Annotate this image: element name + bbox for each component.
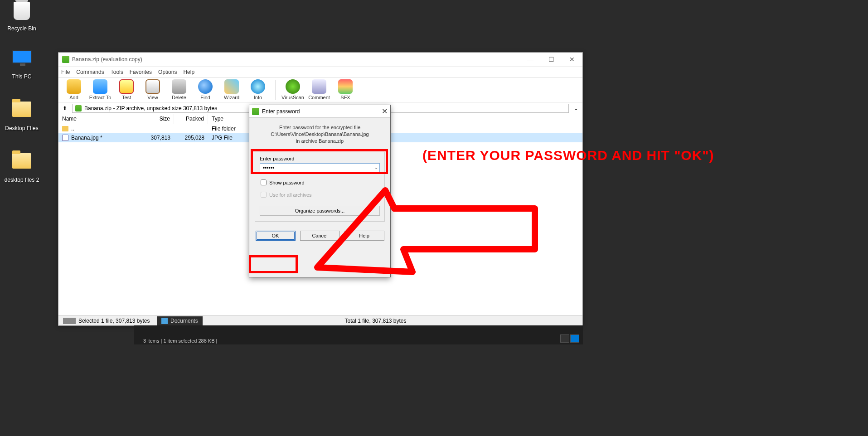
wizard-icon: [224, 79, 239, 94]
cancel-button[interactable]: Cancel: [300, 231, 340, 241]
status-left: Selected 1 file, 307,813 bytes: [78, 318, 150, 324]
status-right: Total 1 file, 307,813 bytes: [344, 318, 406, 324]
winrar-icon: [62, 56, 69, 63]
checkbox[interactable]: [261, 179, 267, 185]
toolbar-virusscan[interactable]: VirusScan: [281, 79, 305, 100]
toolbar-view[interactable]: View: [141, 79, 165, 100]
dialog-message: Enter password for the encrypted file C:…: [249, 118, 390, 149]
column-name[interactable]: Name: [58, 114, 133, 124]
menu-tools[interactable]: Tools: [111, 69, 123, 75]
info-icon: [251, 79, 265, 94]
view-large-icons-button[interactable]: [570, 334, 579, 343]
desktop-icon-recycle-bin[interactable]: Recycle Bin: [4, 2, 40, 32]
column-packed[interactable]: Packed: [174, 114, 208, 124]
toolbar-comment[interactable]: Comment: [307, 79, 331, 100]
toolbar-add[interactable]: Add: [62, 79, 86, 100]
dialog-title: Enter password: [262, 108, 300, 115]
titlebar[interactable]: Banana.zip (evaluation copy) — ☐ ✕: [58, 53, 582, 66]
password-fieldset: Enter password ⌄ Show password Use for a…: [255, 152, 385, 222]
show-password-checkbox[interactable]: Show password: [261, 179, 380, 185]
explorer-tab-documents[interactable]: Documents: [157, 316, 203, 325]
maximize-button[interactable]: ☐: [544, 56, 558, 63]
path-dropdown[interactable]: ⌄: [572, 105, 581, 111]
archive-icon: [75, 105, 82, 111]
add-icon: [67, 79, 81, 94]
toolbar-info[interactable]: Info: [246, 79, 270, 100]
view-details-button[interactable]: [560, 334, 569, 343]
extract-icon: [93, 79, 107, 94]
explorer-window-strip: Documents 3 items | 1 item selected 288 …: [134, 325, 583, 344]
desktop-icon-this-pc[interactable]: This PC: [4, 50, 40, 80]
toolbar-wizard[interactable]: Wizard: [220, 79, 243, 100]
organize-passwords-button[interactable]: Organize passwords...: [260, 206, 380, 216]
delete-icon: [172, 79, 186, 94]
view-icon: [145, 79, 160, 94]
up-level-button[interactable]: ⬆: [60, 105, 69, 111]
recycle-bin-icon: [14, 2, 30, 20]
close-button[interactable]: ✕: [565, 56, 579, 63]
minimize-button[interactable]: —: [524, 56, 537, 63]
explorer-status: 3 items | 1 item selected 288 KB |: [143, 338, 217, 344]
toolbar-delete[interactable]: Delete: [167, 79, 191, 100]
find-icon: [198, 79, 213, 94]
dialog-button-row: OK Cancel Help: [249, 224, 390, 247]
use-all-archives-checkbox: Use for all archives: [261, 192, 380, 198]
sfx-icon: [338, 79, 353, 94]
virus-icon: [286, 79, 300, 94]
folder-icon: [62, 126, 68, 131]
toolbar-test[interactable]: Test: [115, 79, 138, 100]
password-label: Enter password: [260, 156, 380, 161]
close-icon[interactable]: ✕: [382, 107, 388, 116]
menu-commands[interactable]: Commands: [76, 69, 104, 75]
menu-options[interactable]: Options: [158, 69, 177, 75]
status-bar: Selected 1 file, 307,813 bytes Total 1 f…: [58, 315, 582, 325]
window-title: Banana.zip (evaluation copy): [72, 56, 142, 63]
desktop-label: Desktop FIles: [4, 125, 40, 131]
password-input[interactable]: [260, 163, 380, 173]
column-size[interactable]: Size: [133, 114, 174, 124]
desktop-label: Recycle Bin: [4, 25, 40, 32]
winrar-icon: [252, 108, 259, 115]
folder-icon: [12, 102, 31, 117]
dialog-titlebar[interactable]: Enter password ✕: [249, 105, 390, 118]
chevron-down-icon[interactable]: ⌄: [374, 165, 378, 170]
desktop-icon-folder-1[interactable]: Desktop FIles: [4, 98, 40, 131]
menu-bar: File Commands Tools Favorites Options He…: [58, 66, 582, 77]
test-icon: [119, 79, 134, 94]
desktop-icon-folder-2[interactable]: desktop files 2: [4, 150, 40, 183]
comment-icon: [312, 79, 326, 94]
help-button[interactable]: Help: [344, 231, 384, 241]
menu-favorites[interactable]: Favorites: [130, 69, 152, 75]
toolbar: Add Extract To Test View Delete Find Wiz…: [58, 77, 582, 102]
documents-icon: [161, 318, 168, 324]
status-mode-icon: [63, 318, 76, 324]
desktop-label: This PC: [4, 73, 40, 80]
menu-file[interactable]: File: [61, 69, 70, 75]
folder-icon: [12, 153, 31, 169]
toolbar-find[interactable]: Find: [194, 79, 217, 100]
password-dialog: Enter password ✕ Enter password for the …: [249, 105, 391, 277]
ok-button[interactable]: OK: [256, 231, 296, 241]
toolbar-sfx[interactable]: SFX: [334, 79, 357, 100]
monitor-icon: [12, 50, 32, 63]
separator: [275, 80, 276, 100]
toolbar-extract[interactable]: Extract To: [88, 79, 112, 100]
checkbox: [261, 192, 267, 198]
menu-help[interactable]: Help: [183, 69, 194, 75]
desktop-label: desktop files 2: [4, 177, 40, 183]
jpg-file-icon: [62, 135, 68, 141]
